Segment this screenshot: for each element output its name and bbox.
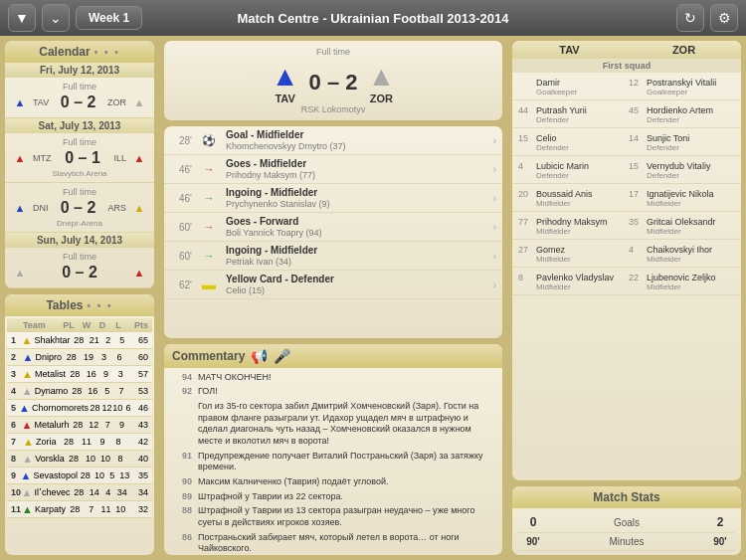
- commentary-body: 94МАТЧ ОКОНЧЕН! 92ГОЛ! Гол из 35-го сект…: [164, 368, 502, 556]
- table-row[interactable]: 5▲Chornomorets281210646: [7, 400, 152, 417]
- table-row[interactable]: 10▲Ilʼchevec281443434: [7, 484, 152, 501]
- away-team-2: ILL ▲: [113, 149, 148, 167]
- gear-icon[interactable]: ⚙: [710, 4, 738, 32]
- col-pts-header: Pts: [126, 320, 148, 330]
- home-team-2: ▲ MTZ: [11, 149, 52, 167]
- event-desc: Goes - ForwardBoli Yannick Toapry (94): [226, 216, 487, 238]
- right-column: TAV ZOR First squad DamirGoalkeeper 12Po…: [507, 36, 746, 560]
- cal-date-3: Sun, July 14, 2013: [5, 233, 154, 248]
- table-row[interactable]: 11▲Karpaty287111032: [7, 501, 152, 518]
- event-row[interactable]: 62' ▬ Yellow Card - DefenderCelio (15) ›: [164, 271, 502, 299]
- center-column: Full time ▲ TAV 0 – 2 ▲ ZOR RSK Lokomoty…: [159, 36, 507, 560]
- com-text: Максим Калниченко (Таврия) подаёт углово…: [198, 476, 496, 488]
- col-d-header: D: [94, 320, 110, 330]
- squad-home-cell: DamirGoalkeeper: [516, 75, 627, 97]
- squad-away-cell: 45Hordienko ArtemDefender: [627, 102, 737, 125]
- squad-home-cell: 77Prihodny MaksymMidfielder: [516, 214, 627, 237]
- squad-away-cell: 35Gritcai OleksandrMidfielder: [627, 214, 737, 237]
- tables-title: Tables: [46, 298, 83, 312]
- squad-panel: TAV ZOR First squad DamirGoalkeeper 12Po…: [511, 40, 742, 481]
- event-desc: Ingoing - MidfielderPrychynenko Stanisla…: [226, 187, 487, 209]
- event-row[interactable]: 28' ⚽ Goal - MidfielderKhomchenovskyy Dm…: [164, 126, 502, 155]
- table-row[interactable]: 3▲Metalist28169357: [7, 366, 152, 383]
- squad-row: 4Lubicic MarinDefender 15Vernydub Vitali…: [512, 156, 741, 184]
- stat-home-goals: 0: [518, 515, 548, 529]
- away-name-1: ZOR: [107, 97, 126, 107]
- match-row-1[interactable]: Full time ▲ TAV 0 – 2 ZOR ▲: [5, 78, 154, 118]
- squad-away-cell: 12Postranskyi VitaliiGoalkeeper: [627, 75, 737, 97]
- event-min: 46': [170, 164, 192, 175]
- squad-home-cell: 4Lubicic MarinDefender: [516, 158, 627, 181]
- col-l-header: L: [110, 320, 126, 330]
- squad-home-cell: 27GomezMidfielder: [516, 242, 627, 265]
- match-score-4: ▲ 0 – 2 ▲: [11, 262, 148, 283]
- away-team-3: ARS ▲: [107, 199, 148, 217]
- goes-forward-icon: →: [198, 216, 220, 238]
- table-row[interactable]: 6▲Metalurh28127943: [7, 417, 152, 434]
- table-row[interactable]: 4▲Dynamo28165753: [7, 383, 152, 400]
- megaphone-icon: 📢: [251, 348, 268, 364]
- home-shirt-3: ▲: [11, 199, 29, 217]
- stats-body: 0 Goals 2 90' Minutes 90': [512, 508, 741, 555]
- event-min: 60': [170, 222, 192, 233]
- stat-row-minutes: 90' Minutes 90': [518, 533, 735, 551]
- squad-row: 20Boussaid AnisMidfielder 17Ignatijevic …: [512, 184, 741, 212]
- match-home-name: TAV: [272, 93, 299, 104]
- stat-away-minutes: 90': [705, 536, 735, 547]
- stat-row-goals: 0 Goals 2: [518, 512, 735, 533]
- squad-row: 15CelioDefender 14Sunjic ToniDefender: [512, 128, 741, 156]
- away-shirt-1: ▲: [130, 93, 148, 111]
- squad-row: 27GomezMidfielder 4Chaikovskyi IhorMidfi…: [512, 240, 741, 268]
- filter-icon[interactable]: ▼: [8, 4, 36, 32]
- com-line: 91Предупреждение получает Виталий Постра…: [170, 451, 496, 473]
- match-away: ▲ ZOR: [367, 61, 395, 104]
- match-status-4: Full time: [11, 252, 148, 262]
- week-badge[interactable]: Week 1: [76, 6, 142, 30]
- com-line: 90Максим Калниченко (Таврия) подаёт угло…: [170, 476, 496, 488]
- tables-header: Tables • • •: [5, 294, 154, 316]
- refresh-icon[interactable]: ↻: [676, 4, 704, 32]
- event-row[interactable]: 60' → Ingoing - MidfielderPetriak Ivan (…: [164, 242, 502, 271]
- match-row-2[interactable]: Full time ▲ MTZ 0 – 1 ILL ▲ Slavytich Ar…: [5, 133, 154, 183]
- table-row[interactable]: 1▲Shakhtar28212565: [7, 332, 152, 349]
- squad-section: First squad: [512, 59, 741, 73]
- ingoing-icon: →: [198, 187, 220, 209]
- com-min: [170, 401, 192, 448]
- event-row[interactable]: 46' → Ingoing - MidfielderPrychynenko St…: [164, 184, 502, 213]
- left-column: Calendar • • • Fri, July 12, 2013 Full t…: [0, 36, 159, 560]
- tables-grid: Team PL W D L Pts 1▲Shakhtar28212565 2▲D…: [5, 316, 154, 520]
- commentary-header: Commentary 📢 🎤: [164, 344, 502, 368]
- chevron-down-icon[interactable]: ⌄: [42, 4, 70, 32]
- match-row-3[interactable]: Full time ▲ DNI 0 – 2 ARS ▲ Dnepr-Arena: [5, 183, 154, 233]
- home-name-2: MTZ: [33, 153, 52, 163]
- match-away-name: ZOR: [367, 93, 395, 104]
- squad-home-header: TAV: [512, 41, 627, 59]
- match-row-4[interactable]: Full time ▲ 0 – 2 ▲: [5, 248, 154, 288]
- squad-home-cell: 20Boussaid AnisMidfielder: [516, 186, 627, 209]
- event-desc: Ingoing - MidfielderPetriak Ivan (34): [226, 245, 487, 267]
- match-score-2: ▲ MTZ 0 – 1 ILL ▲: [11, 147, 148, 169]
- stat-away-goals: 2: [705, 515, 735, 529]
- table-row[interactable]: 2▲Dnipro28193660: [7, 349, 152, 366]
- event-row[interactable]: 46' → Goes - MidfielderPrihodny Maksym (…: [164, 155, 502, 184]
- table-row[interactable]: 8▲Vorskla281010840: [7, 451, 152, 467]
- com-text: ГОЛ!: [198, 386, 496, 398]
- squad-away-cell: 4Chaikovskyi IhorMidfielder: [627, 242, 737, 265]
- squad-away-cell: 17Ignatijevic NikolaMidfielder: [627, 186, 737, 209]
- score-3: 0 – 2: [61, 199, 96, 217]
- match-home: ▲ TAV: [272, 61, 299, 104]
- squad-away-cell: 15Vernydub VitaliyDefender: [627, 158, 737, 181]
- com-line: 89Штрафной у Таврии из 22 сектора.: [170, 491, 496, 503]
- squad-home-cell: 15CelioDefender: [516, 130, 627, 153]
- home-name-3: DNI: [33, 203, 49, 213]
- squad-home-cell: 8Pavlenko VladyslavMidfielder: [516, 270, 627, 292]
- event-min: 46': [170, 193, 192, 204]
- home-name-1: TAV: [33, 97, 49, 107]
- event-row[interactable]: 60' → Goes - ForwardBoli Yannick Toapry …: [164, 213, 502, 242]
- top-bar: ▼ ⌄ Week 1 Match Centre - Ukrainian Foot…: [0, 0, 746, 36]
- match-score-3: ▲ DNI 0 – 2 ARS ▲: [11, 197, 148, 219]
- table-row[interactable]: 7▲Zoria28119842: [7, 434, 152, 451]
- away-team-4: ▲: [130, 264, 148, 281]
- table-row[interactable]: 9▲Sevastopol281051335: [7, 467, 152, 484]
- col-w-header: W: [79, 320, 94, 330]
